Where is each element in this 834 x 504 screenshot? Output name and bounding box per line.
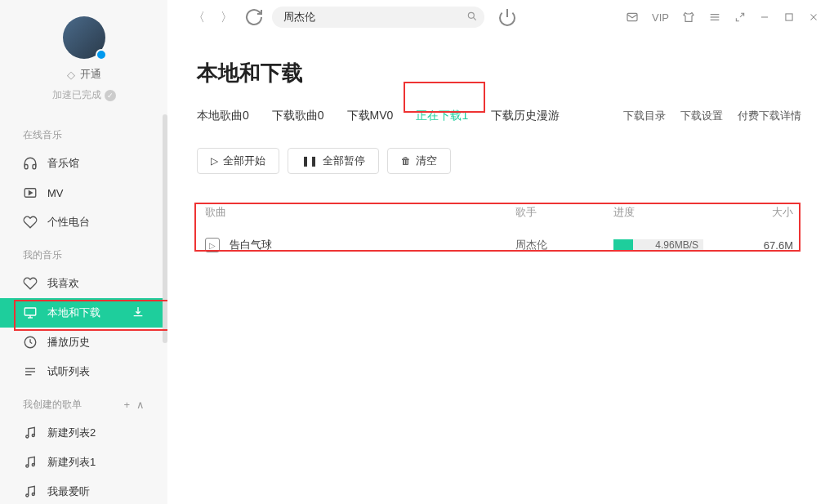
tab-downloaded-mv[interactable]: 下载MV0 — [347, 104, 394, 128]
link-download-dir[interactable]: 下载目录 — [623, 109, 666, 123]
progress-fill — [613, 239, 633, 251]
mail-icon[interactable] — [626, 11, 639, 24]
sidebar-item-local-download[interactable]: 本地和下载 — [0, 298, 167, 328]
label: 新建列表1 — [47, 455, 96, 470]
sidebar-item-history[interactable]: 播放历史 — [0, 328, 167, 357]
menu-icon[interactable] — [708, 11, 721, 24]
music-note-icon — [23, 455, 38, 470]
svg-point-13 — [26, 494, 29, 497]
music-note-icon — [23, 484, 38, 499]
sidebar: ◇ 开通 加速已完成 ✓ 在线音乐 音乐馆 MV 个性电台 我的音乐 我喜欢 本… — [0, 0, 167, 504]
tab-links: 下载目录 下载设置 付费下载详情 — [623, 109, 801, 123]
link-download-settings[interactable]: 下载设置 — [680, 109, 723, 123]
sidebar-item-mv[interactable]: MV — [0, 178, 167, 207]
download-icon — [132, 306, 145, 321]
table-row[interactable]: ▷ 告白气球 周杰伦 4.96MB/S 67.6M — [197, 226, 801, 264]
collapse-icon[interactable]: ∧ — [136, 399, 145, 411]
link-paid-detail[interactable]: 付费下载详情 — [738, 109, 801, 123]
label: 我喜欢 — [47, 276, 79, 291]
content: 本地和下载 本地歌曲0 下载歌曲0 下载MV0 正在下载1 下载历史漫游 下载目… — [167, 34, 834, 504]
accel-status: 加速已完成 ✓ — [52, 88, 116, 102]
label: 试听列表 — [47, 364, 90, 379]
action-row: ▷全部开始 ❚❚全部暂停 🗑清空 — [197, 148, 801, 174]
vip-text[interactable]: VIP — [652, 11, 669, 24]
svg-line-22 — [740, 13, 744, 17]
heart-icon — [23, 276, 38, 291]
scrollbar[interactable] — [163, 114, 167, 343]
label: 音乐馆 — [47, 156, 79, 171]
tab-row: 本地歌曲0 下载歌曲0 下载MV0 正在下载1 下载历史漫游 下载目录 下载设置… — [197, 104, 801, 128]
sidebar-item-radio[interactable]: 个性电台 — [0, 207, 167, 237]
monitor-icon — [23, 306, 38, 320]
vip-open[interactable]: ◇ 开通 — [67, 67, 101, 82]
sidebar-item-favorites[interactable]: 我喜欢 — [0, 269, 167, 298]
sidebar-item-most-played[interactable]: 我最爱听 — [0, 477, 167, 504]
refresh-button[interactable] — [244, 7, 264, 27]
search-icon[interactable] — [466, 11, 478, 25]
search-box[interactable] — [272, 7, 484, 28]
avatar[interactable] — [63, 16, 105, 59]
playlist-title: 我创建的歌单 — [23, 398, 82, 412]
maximize-icon[interactable] — [783, 11, 795, 23]
mini-icon[interactable] — [734, 11, 746, 23]
diamond-icon: ◇ — [67, 69, 75, 81]
headphones-icon — [23, 156, 38, 171]
pause-all-button[interactable]: ❚❚全部暂停 — [288, 148, 379, 174]
section-playlists: 我创建的歌单 + ∧ — [0, 386, 167, 418]
sidebar-item-music-hall[interactable]: 音乐馆 — [0, 149, 167, 178]
list-icon — [23, 364, 38, 379]
svg-point-11 — [26, 465, 29, 467]
label: MV — [47, 187, 64, 199]
size-cell: 67.6M — [736, 239, 793, 252]
label: 新建列表2 — [47, 426, 96, 440]
accel-label: 加速已完成 — [52, 88, 101, 102]
label: 播放历史 — [47, 335, 90, 350]
trash-icon: 🗑 — [401, 155, 411, 167]
section-my-music: 我的音乐 — [0, 237, 167, 269]
clock-icon — [23, 335, 38, 350]
tab-local-songs[interactable]: 本地歌曲0 — [197, 104, 249, 128]
power-icon[interactable] — [497, 7, 517, 27]
progress-bar: 4.96MB/S — [613, 239, 703, 251]
tab-history-roam[interactable]: 下载历史漫游 — [491, 104, 560, 128]
svg-point-15 — [468, 12, 474, 18]
topbar: 〈 〉 VIP — [167, 0, 834, 34]
svg-point-9 — [26, 435, 29, 438]
tab-downloading[interactable]: 正在下载1 — [416, 104, 468, 128]
col-size: 大小 — [736, 205, 793, 220]
sidebar-item-playlist2[interactable]: 新建列表2 — [0, 418, 167, 448]
svg-rect-2 — [25, 308, 36, 315]
svg-point-14 — [32, 493, 34, 496]
close-icon[interactable] — [808, 11, 819, 23]
forward-button[interactable]: 〉 — [216, 7, 236, 27]
sidebar-item-playlist1[interactable]: 新建列表1 — [0, 448, 167, 477]
col-song: 歌曲 — [205, 205, 515, 220]
profile-section: ◇ 开通 加速已完成 ✓ — [0, 16, 167, 102]
main: 〈 〉 VIP 本地和下载 本地歌曲0 下载歌曲0 下载MV0 正在下载1 下载… — [167, 0, 834, 504]
progress-cell: 4.96MB/S — [613, 239, 736, 251]
svg-line-16 — [473, 17, 475, 20]
play-rect-icon — [23, 185, 38, 200]
music-note-icon — [23, 426, 38, 440]
svg-marker-1 — [29, 191, 33, 195]
sidebar-item-trial-list[interactable]: 试听列表 — [0, 357, 167, 386]
col-artist: 歌手 — [515, 205, 613, 220]
label: 本地和下载 — [47, 306, 100, 320]
song-title: 告白气球 — [230, 238, 272, 252]
tab-downloaded-songs[interactable]: 下载歌曲0 — [272, 104, 324, 128]
clear-button[interactable]: 🗑清空 — [387, 148, 451, 174]
play-icon: ▷ — [211, 155, 218, 167]
svg-rect-24 — [786, 14, 792, 20]
vip-label: 开通 — [80, 67, 101, 82]
add-playlist-icon[interactable]: + — [123, 399, 130, 411]
start-all-button[interactable]: ▷全部开始 — [197, 148, 279, 174]
search-input[interactable] — [283, 11, 466, 24]
avatar-badge — [96, 49, 107, 60]
back-button[interactable]: 〈 — [189, 7, 208, 27]
check-icon: ✓ — [105, 90, 116, 101]
play-icon[interactable]: ▷ — [205, 238, 220, 252]
speed-text: 4.96MB/S — [655, 239, 698, 251]
skin-icon[interactable] — [682, 11, 695, 24]
minimize-icon[interactable] — [759, 11, 770, 23]
pause-icon: ❚❚ — [301, 155, 318, 167]
